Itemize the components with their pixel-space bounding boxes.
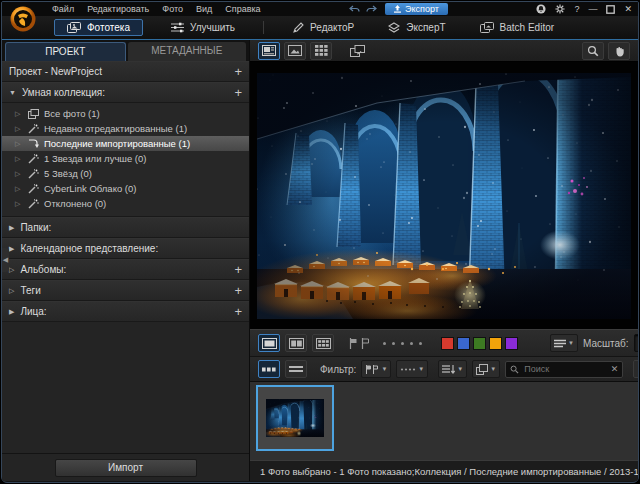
section-calendar[interactable]: ▶ Календарное представление: <box>2 238 249 259</box>
expand-icon[interactable]: ▷ <box>15 110 22 118</box>
zoom-tool-button[interactable] <box>582 42 604 60</box>
menu-file[interactable]: Файл <box>52 4 74 14</box>
tab-metadata[interactable]: МЕТАДАННЫЕ <box>128 42 247 61</box>
rating-dot[interactable] <box>383 342 386 345</box>
rating-dot[interactable] <box>419 342 422 345</box>
list-options-button[interactable]: ▼ <box>550 334 578 352</box>
menu-help[interactable]: Справка <box>225 4 260 14</box>
mode-library[interactable]: Фототека <box>54 19 143 36</box>
thumbnail-view-button[interactable] <box>258 360 280 378</box>
photo-canvas[interactable] <box>250 62 638 329</box>
stack-button[interactable]: ▼ <box>472 360 500 378</box>
expand-icon[interactable]: ▷ <box>15 185 22 193</box>
add-face-icon[interactable]: + <box>234 307 242 317</box>
color-label-green[interactable] <box>473 337 486 350</box>
sort-button[interactable]: ▼ <box>438 360 467 378</box>
filter-rating-button[interactable]: ▼ <box>396 360 428 378</box>
undo-icon[interactable] <box>349 5 360 14</box>
single-view-button[interactable] <box>284 42 306 60</box>
rating-dot[interactable] <box>401 342 404 345</box>
help-icon[interactable]: ? <box>574 4 579 14</box>
list-view-button[interactable] <box>285 360 307 378</box>
main-panel: A ▼ Масштаб: Заполнить ▼ <box>250 40 638 481</box>
expand-icon[interactable]: ▷ <box>15 140 22 148</box>
clear-search-icon[interactable]: ✕ <box>611 364 619 374</box>
collapse-triangle-icon[interactable]: ▷ <box>9 266 14 274</box>
collapse-triangle-icon[interactable]: ▶ <box>9 224 14 232</box>
import-button[interactable]: Импорт <box>55 459 197 477</box>
filter-flags-button[interactable]: ▼ <box>361 360 391 378</box>
export-button[interactable]: Экспорт <box>385 3 448 15</box>
collapse-triangle-icon[interactable]: ▶ <box>9 308 14 316</box>
compare-photos-button[interactable] <box>346 42 368 60</box>
two-up-layout-button[interactable] <box>285 334 307 352</box>
menu-view[interactable]: Вид <box>196 4 212 14</box>
redo-icon[interactable] <box>366 5 377 14</box>
close-button[interactable]: ✕ <box>624 4 632 14</box>
open-in-new-window-button[interactable] <box>633 360 639 378</box>
grid-view-button[interactable] <box>310 42 332 60</box>
flag-reject-icon[interactable] <box>361 338 370 349</box>
color-label-red[interactable] <box>441 337 454 350</box>
sort-icon <box>442 364 455 374</box>
add-album-icon[interactable]: + <box>234 265 242 275</box>
add-tag-icon[interactable]: + <box>234 286 242 296</box>
mode-edit[interactable]: РедактоР <box>286 20 360 36</box>
single-layout-button[interactable] <box>258 334 280 352</box>
expand-icon[interactable]: ▷ <box>15 200 22 208</box>
menu-photo[interactable]: Фото <box>162 4 183 14</box>
sidebar-collapse-handle[interactable]: ◀ <box>2 248 9 272</box>
zoom-level-select[interactable]: Заполнить ▼ <box>634 334 639 352</box>
modebar: Фототека Улучшить РедактоР ЭксперТ Batch… <box>2 16 638 39</box>
mode-adjust[interactable]: Улучшить <box>165 20 241 35</box>
mode-expert[interactable]: ЭксперТ <box>382 20 451 36</box>
filmstrip-thumbnail-selected[interactable] <box>256 385 334 451</box>
tree-item-latest-imported[interactable]: ▷ Последние импортированные (1) <box>2 136 249 151</box>
window-controls: ? — ✕ <box>536 4 632 14</box>
settings-gear-icon[interactable] <box>555 4 565 14</box>
browse-view-button[interactable] <box>258 42 280 60</box>
smart-collection-header[interactable]: ▼ Умная коллекция: + <box>2 82 249 103</box>
tree-item-one-star[interactable]: ▷ 1 Звезда или лучше (0) <box>2 151 249 166</box>
flag-pick-icon[interactable] <box>349 338 358 349</box>
tree-item-five-stars[interactable]: ▷ 5 Звёзд (0) <box>2 166 249 181</box>
notifications-icon[interactable] <box>536 4 546 14</box>
section-albums[interactable]: ▷ Альбомы: + <box>2 259 249 280</box>
main-photo[interactable] <box>257 73 631 319</box>
tree-item-recently-edited[interactable]: ▷ Недавно отредактированные (1) <box>2 121 249 136</box>
tree-item-all-photos[interactable]: ▷ Все фото (1) <box>2 106 249 121</box>
status-text: 1 Фото выбрано - 1 Фото показано;Коллекц… <box>260 466 638 477</box>
add-project-icon[interactable]: + <box>234 67 242 77</box>
tree-item-rejected[interactable]: ▷ Отклонено (0) <box>2 196 249 211</box>
menu-edit[interactable]: Редактировать <box>87 4 149 14</box>
magic-wand-icon <box>27 123 39 134</box>
zoom-level-label: Масштаб: <box>583 338 629 349</box>
section-folders[interactable]: ▶ Папки: <box>2 217 249 238</box>
grid-layout-button[interactable] <box>312 334 334 352</box>
color-label-blue[interactable] <box>457 337 470 350</box>
expand-icon[interactable]: ▷ <box>15 170 22 178</box>
tree-item-cyberlink-cloud[interactable]: ▷ CyberLink Облако (0) <box>2 181 249 196</box>
flag-buttons <box>349 338 370 349</box>
add-smart-collection-icon[interactable]: + <box>234 88 242 98</box>
color-label-yellow[interactable] <box>489 337 502 350</box>
rating-dot[interactable] <box>392 342 395 345</box>
section-tags[interactable]: ▷ Теги + <box>2 280 249 301</box>
pan-tool-button[interactable] <box>608 42 630 60</box>
collapse-triangle-icon[interactable]: ▼ <box>9 89 16 96</box>
collapse-triangle-icon[interactable]: ▷ <box>9 287 14 295</box>
search-box[interactable]: ✕ <box>505 361 623 378</box>
project-row[interactable]: Проект - NewProject + <box>2 61 249 82</box>
tab-project[interactable]: ПРОЕКТ <box>5 42 126 61</box>
mode-batch-editor[interactable]: Batch Editor <box>474 20 560 35</box>
rating-dot[interactable] <box>410 342 413 345</box>
section-faces[interactable]: ▶ Лица: + <box>2 301 249 322</box>
collapse-triangle-icon[interactable]: ▶ <box>9 245 14 253</box>
minimize-button[interactable]: — <box>588 4 597 14</box>
color-label-purple[interactable] <box>505 337 518 350</box>
expand-icon[interactable]: ▷ <box>15 155 22 163</box>
expand-icon[interactable]: ▷ <box>15 125 22 133</box>
search-input[interactable] <box>522 363 607 375</box>
maximize-button[interactable] <box>606 5 615 14</box>
upload-icon <box>394 5 401 13</box>
